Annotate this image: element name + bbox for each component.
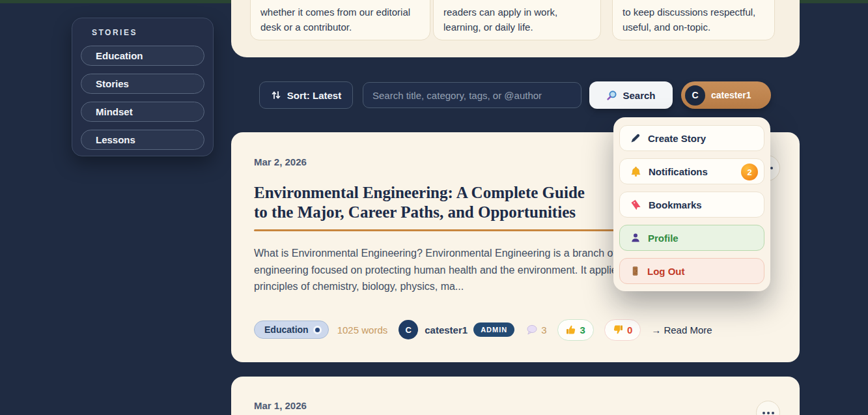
sidebar-item-lessons[interactable]: Lessons (81, 130, 204, 150)
search-input[interactable] (363, 82, 581, 108)
sidebar-item-label: Lessons (96, 134, 135, 145)
bell-icon (630, 166, 641, 177)
menu-item-label: Bookmarks (649, 199, 702, 210)
menu-item-label: Profile (648, 233, 679, 244)
sidebar-item-label: Mindset (96, 106, 133, 117)
user-dropdown-menu: Create Story Notifications 2 Bookmarks P… (613, 117, 770, 291)
word-count: 1025 words (337, 324, 388, 336)
person-icon (630, 233, 641, 243)
sidebar-item-label: Education (96, 50, 143, 61)
sidebar-heading: STORIES (92, 28, 204, 37)
menu-item-label: Create Story (648, 133, 706, 144)
comment-count: 3 (541, 324, 546, 336)
avatar: C (685, 85, 705, 106)
title-underline (254, 229, 623, 231)
sort-button[interactable]: Sort: Latest (259, 81, 353, 109)
door-icon (630, 266, 640, 276)
username: catester1 (711, 90, 751, 100)
magnifier-icon (606, 90, 617, 101)
stories-sidebar: STORIES Education Stories Mindset Lesson… (72, 18, 214, 156)
dots-icon (767, 412, 770, 414)
downvote-count: 0 (627, 324, 632, 336)
read-more-link[interactable]: → Read More (651, 324, 712, 336)
post-date: Mar 2, 2026 (254, 156, 307, 167)
post-options-button[interactable] (756, 401, 780, 415)
thumbs-up-icon (566, 324, 576, 335)
sidebar-item-label: Stories (96, 78, 129, 89)
category-dot-icon (313, 326, 322, 334)
post-card-next: Mar 1, 2026 (231, 377, 800, 415)
speech-bubble-icon (526, 324, 538, 336)
avatar-initial: C (692, 90, 698, 100)
sidebar-item-education[interactable]: Education (81, 46, 204, 66)
post-meta-row: Education 1025 words C catester1 ADMIN 3… (254, 319, 712, 341)
comments-indicator[interactable]: 3 (526, 324, 546, 336)
thumbs-down-icon (613, 324, 623, 335)
menu-item-label: Notifications (649, 166, 708, 177)
menu-item-notifications[interactable]: Notifications 2 (619, 158, 764, 184)
upvote-button[interactable]: 3 (557, 319, 594, 341)
menu-item-profile[interactable]: Profile (619, 225, 764, 251)
post-excerpt: What is Environmental Engineering? Envir… (254, 245, 638, 295)
dots-icon (763, 412, 765, 414)
menu-item-bookmarks[interactable]: Bookmarks (619, 192, 764, 218)
bookmark-icon (630, 199, 641, 210)
search-button-label: Search (623, 90, 655, 101)
menu-item-log-out[interactable]: Log Out (619, 258, 764, 284)
search-button[interactable]: Search (589, 81, 673, 109)
admin-role-badge: ADMIN (473, 322, 514, 337)
hero-card-text: readers can apply in work, learning, or … (443, 7, 557, 33)
hero-section: whether it comes from our editorial desk… (231, 0, 800, 57)
stories-app-page: { "page": { "background": "#1f2b42", "to… (0, 0, 868, 415)
hero-card: readers can apply in work, learning, or … (433, 0, 601, 40)
author-avatar: C (399, 320, 418, 339)
hero-card-text: to keep discussions respectful, useful, … (623, 7, 755, 33)
user-menu-button[interactable]: C catester1 (681, 81, 771, 109)
upvote-count: 3 (580, 324, 585, 336)
menu-item-label: Log Out (647, 266, 684, 277)
post-title[interactable]: Environmental Engineering: A Complete Gu… (254, 183, 585, 222)
menu-item-create-story[interactable]: Create Story (619, 125, 764, 151)
author-username[interactable]: catester1 (425, 324, 468, 336)
sidebar-item-mindset[interactable]: Mindset (81, 102, 204, 122)
sort-arrows-icon (271, 90, 281, 100)
author-initial: C (406, 325, 412, 335)
dots-icon (770, 167, 773, 169)
category-badge[interactable]: Education (254, 321, 329, 339)
post-date: Mar 1, 2026 (254, 400, 307, 411)
hero-card: to keep discussions respectful, useful, … (612, 0, 775, 40)
sidebar-item-stories[interactable]: Stories (81, 74, 204, 94)
hero-card: whether it comes from our editorial desk… (250, 0, 430, 40)
dots-icon (772, 412, 774, 414)
downvote-button[interactable]: 0 (604, 319, 641, 341)
hero-card-text: whether it comes from our editorial desk… (260, 7, 410, 33)
pen-icon (630, 133, 641, 143)
category-label: Education (264, 324, 309, 335)
sort-button-label: Sort: Latest (287, 90, 341, 101)
notification-count-badge: 2 (741, 164, 758, 180)
